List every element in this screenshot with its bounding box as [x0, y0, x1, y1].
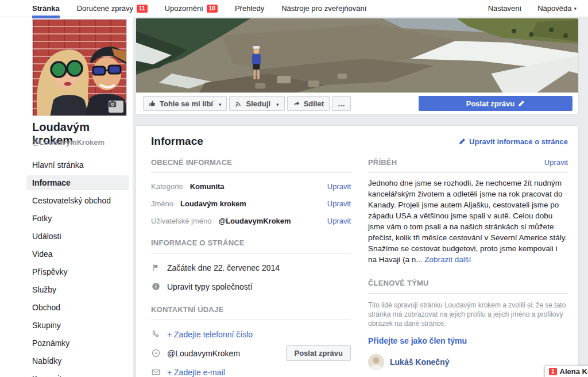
- page-start-date: Začátek dne 22. červenec 2014: [167, 263, 280, 272]
- sidebar-item-skupiny[interactable]: Skupiny: [26, 318, 129, 333]
- sidebar-item-cestovatelsky-obchod[interactable]: Cestovatelský obchod: [26, 193, 129, 208]
- edit-username-link[interactable]: Upravit: [327, 217, 351, 225]
- team-members-description: Tito lidé spravují stránku Loudavým krok…: [368, 301, 568, 328]
- tab-upozorneni[interactable]: Upozornění10: [165, 0, 218, 17]
- sidebar-item-poznamky[interactable]: Poznámky: [26, 336, 129, 351]
- sidebar-menu: Hlavní stránka Informace Cestovatelský o…: [26, 157, 129, 377]
- add-email-link[interactable]: + Zadejte e-mail: [167, 368, 225, 377]
- messenger-send-message-button[interactable]: Poslat zprávu: [286, 345, 351, 361]
- sidebar-item-hlavni-stranka[interactable]: Hlavní stránka: [26, 157, 129, 172]
- flag-icon: [151, 264, 160, 272]
- edit-category-link[interactable]: Upravit: [327, 182, 351, 191]
- tab-nastaveni[interactable]: Nastavení: [488, 0, 522, 17]
- follow-button-label: Sleduji: [246, 99, 270, 108]
- profile-photo[interactable]: [32, 19, 127, 116]
- chat-unread-badge: 1: [549, 368, 557, 375]
- tab-prehledy[interactable]: Přehledy: [235, 0, 264, 17]
- team-member-name: Lukáš Konečný: [390, 357, 449, 367]
- story-paragraph: Jednoho dne jsme se rozhodli, že nechcem…: [368, 178, 568, 243]
- pencil-icon: [518, 100, 525, 107]
- edit-page-info-link[interactable]: Upravit informace o stránce: [459, 137, 568, 146]
- tab-label: Nápověda: [537, 4, 571, 13]
- sidebar-item-nabidky[interactable]: Nabídky: [26, 353, 129, 368]
- tab-label: Nastavení: [488, 4, 522, 13]
- cover-photo[interactable]: [136, 18, 578, 93]
- follow-signal-icon: [235, 100, 242, 107]
- add-phone-row: + Zadejte telefonní číslo: [151, 325, 351, 344]
- edit-page-info-label: Upravit informace o stránce: [469, 137, 568, 146]
- tab-label: Přehledy: [235, 4, 264, 13]
- story-text: Jednoho dne jsme se rozhodli, že nechcem…: [368, 178, 568, 265]
- sidebar-item-prispevky[interactable]: Příspěvky: [26, 264, 129, 279]
- messenger-row: @LoudavymKrokem Poslat zprávu: [151, 344, 351, 363]
- email-icon: [151, 368, 160, 376]
- sidebar-item-informace[interactable]: Informace: [26, 175, 129, 190]
- chevron-down-icon: [216, 99, 222, 108]
- notifications-count-badge: 10: [207, 5, 218, 13]
- share-button[interactable]: Sdílet: [287, 96, 330, 111]
- edit-name-link[interactable]: Upravit: [327, 199, 351, 208]
- chat-tab[interactable]: 1 Alena Kůs: [544, 366, 588, 377]
- tab-label: Doručené zprávy: [77, 4, 133, 13]
- camera-icon: [109, 101, 117, 107]
- messenger-handle: @LoudavymKrokem: [167, 349, 240, 358]
- tab-dorucene-zpravy[interactable]: Doručené zprávy11: [77, 0, 148, 17]
- ellipsis-icon: …: [338, 99, 345, 108]
- edit-company-types-row[interactable]: Upravit typy společností: [151, 277, 351, 296]
- top-nav-right: Nastavení Nápověda: [488, 0, 577, 17]
- edit-story-link[interactable]: Upravit: [544, 158, 568, 167]
- share-arrow-icon: [293, 100, 300, 107]
- tab-nastroje[interactable]: Nástroje pro zveřejňování: [281, 0, 366, 17]
- pencil-icon: [459, 138, 466, 145]
- send-message-label: Poslat zprávu: [466, 99, 515, 108]
- sidebar-item-videa[interactable]: Videa: [26, 247, 129, 261]
- follow-button[interactable]: Sleduji: [229, 96, 284, 111]
- team-members-header: ČLENOVÉ TÝMU: [368, 279, 568, 294]
- tab-label: Nástroje pro zveřejňování: [281, 4, 366, 13]
- page-start-date-row: Začátek dne 22. červenec 2014: [151, 258, 351, 277]
- story-header: PŘÍBĚH Upravit: [368, 158, 568, 173]
- change-photo-button[interactable]: [109, 101, 123, 113]
- page-info-header: INFORMACE O STRÁNCE: [151, 238, 351, 253]
- chat-contact-name: Alena Kůs: [560, 367, 588, 376]
- join-team-link[interactable]: Přidejte se jako člen týmu: [368, 336, 568, 345]
- show-more-link[interactable]: Zobrazit další: [424, 255, 471, 264]
- cover-card: Tohle se mi líbí Sleduji Sdílet … Poslat…: [136, 18, 579, 115]
- like-button-label: Tohle se mi líbí: [160, 99, 213, 108]
- page-action-bar: Tohle se mi líbí Sleduji Sdílet … Poslat…: [136, 93, 578, 114]
- sidebar-item-sluzby[interactable]: Služby: [26, 282, 129, 297]
- like-button[interactable]: Tohle se mi líbí: [143, 96, 227, 111]
- sidebar-item-udalosti[interactable]: Události: [26, 229, 129, 244]
- sidebar-item-komunita[interactable]: Komunita: [26, 371, 129, 377]
- messenger-icon: [151, 349, 160, 357]
- info-icon: [151, 282, 160, 291]
- field-label: Uživatelské jméno: [151, 217, 212, 225]
- add-phone-link[interactable]: + Zadejte telefonní číslo: [167, 330, 253, 339]
- send-message-button[interactable]: Poslat zprávu: [419, 96, 572, 111]
- avatar: [368, 354, 384, 370]
- more-actions-button[interactable]: …: [332, 96, 351, 111]
- main-area: Tohle se mi líbí Sleduji Sdílet … Poslat…: [133, 17, 588, 377]
- field-value: Loudavým krokem: [180, 199, 246, 208]
- tab-napoveda[interactable]: Nápověda: [537, 0, 577, 17]
- field-value: Komunita: [190, 182, 225, 191]
- edit-company-types-label: Upravit typy společností: [167, 282, 253, 291]
- facebook-page-admin: { "colors": { "page_bg": "#e9ebee", "acc…: [0, 0, 588, 377]
- chevron-down-icon: [274, 99, 279, 108]
- story-paragraph: Snažíme se cestovat budgetovi, proto jsm…: [368, 243, 568, 265]
- page-username: @LoudavymKrokem: [32, 138, 105, 147]
- field-value: @LoudavymKrokem: [219, 217, 291, 225]
- sidebar: Loudavým krokem @LoudavymKrokem Hlavní s…: [0, 17, 133, 377]
- sidebar-item-fotky[interactable]: Fotky: [26, 211, 129, 226]
- info-header: Informace Upravit informace o stránce: [151, 135, 568, 148]
- tab-label: Upozornění: [165, 4, 203, 13]
- top-nav-tabs: Stránka Doručené zprávy11 Upozornění10 P…: [32, 0, 366, 17]
- inbox-count-badge: 11: [137, 5, 148, 13]
- sidebar-item-obchod[interactable]: Obchod: [26, 300, 129, 315]
- phone-icon: [151, 330, 160, 338]
- team-member-row[interactable]: Lukáš Konečný: [368, 354, 568, 370]
- tab-stranka[interactable]: Stránka: [32, 0, 60, 17]
- share-button-label: Sdílet: [304, 99, 324, 108]
- field-row-username: Uživatelské jméno @LoudavymKrokem Upravi…: [151, 212, 351, 229]
- info-left-column: OBECNÉ INFORMACE Kategorie Komunita Upra…: [151, 158, 351, 377]
